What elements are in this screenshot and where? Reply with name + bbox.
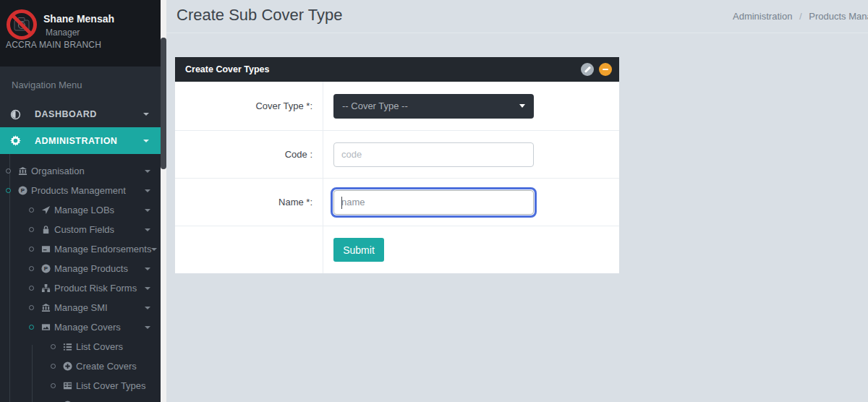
bullet-icon [29, 208, 34, 213]
form-row-submit: Submit [175, 226, 619, 273]
sidebar-item-label: ADMINISTRATION [35, 136, 117, 146]
location-arrow-icon [41, 205, 51, 215]
svg-text:P: P [20, 187, 24, 194]
sidebar-item-product-risk-forms[interactable]: Product Risk Forms [0, 278, 161, 298]
chevron-down-icon [145, 209, 150, 212]
chevron-down-icon [145, 326, 150, 329]
sidebar-item-label: Product Risk Forms [54, 283, 137, 294]
sidebar: Shane Mensah Manager ACCRA MAIN BRANCH N… [0, 0, 161, 402]
submit-button[interactable]: Submit [333, 238, 384, 262]
sidebar-item-list-cover-types[interactable]: List Cover Types [0, 376, 161, 395]
sidebar-item-label: Manage LOBs [54, 205, 114, 215]
sidebar-scrollbar-thumb[interactable] [161, 38, 166, 169]
no-camera-avatar-icon [6, 9, 38, 40]
chevron-down-icon [145, 170, 150, 173]
sidebar-item-products-management[interactable]: P Products Management [0, 181, 161, 200]
chevron-down-icon [145, 228, 150, 231]
sidebar-item-list-covers[interactable]: List Covers [0, 337, 161, 356]
edit-panel-button[interactable] [581, 63, 594, 76]
sidebar-item-manage-endorsements[interactable]: Manage Endorsements [0, 239, 161, 259]
p-circle-icon: P [17, 186, 27, 196]
sitemap-icon [41, 283, 51, 294]
image-icon [41, 322, 51, 333]
panel-body: Cover Type *: -- Cover Type -- Code : [175, 82, 619, 273]
card-icon [41, 244, 51, 255]
code-label: Code : [285, 149, 312, 160]
sidebar-item-label: Manage Products [54, 263, 128, 274]
pencil-icon [584, 67, 591, 73]
sidebar-item-label: Manage SMI [54, 302, 108, 313]
bullet-icon [29, 286, 34, 291]
field-cell: -- Cover Type -- [323, 82, 619, 130]
lock-icon [41, 225, 51, 235]
sidebar-item-organisation[interactable]: Organisation [0, 161, 161, 181]
user-panel: Shane Mensah Manager ACCRA MAIN BRANCH [0, 0, 161, 67]
label-cell: Name *: [175, 179, 323, 226]
chevron-down-icon [143, 113, 149, 116]
plus-circle-icon [62, 362, 72, 372]
sidebar-scrollbar-track[interactable] [161, 0, 166, 402]
sidebar-item-label: Create Covers [76, 361, 137, 372]
sidebar-item-manage-covers[interactable]: Manage Covers [0, 317, 161, 337]
sidebar-item-label: Organisation [31, 166, 85, 176]
chevron-down-icon [145, 287, 150, 290]
bullet-icon [29, 266, 34, 271]
user-name: Shane Mensah [43, 13, 114, 25]
sidebar-item-label: Custom Fields [54, 224, 114, 235]
bank-icon [41, 303, 51, 313]
bullet-icon [6, 168, 11, 174]
minus-icon [603, 69, 608, 71]
sidebar-item-label: Manage Covers [54, 322, 121, 333]
create-cover-types-panel: Create Cover Types Cover Type *: -- Cove… [175, 57, 619, 273]
text-cursor [341, 197, 342, 209]
chevron-down-icon [145, 189, 150, 192]
bullet-icon [51, 344, 56, 349]
bullet-icon [29, 247, 34, 252]
chevron-down-icon [519, 104, 525, 108]
breadcrumb-administration[interactable]: Administration [733, 11, 792, 22]
sidebar-item-partial[interactable] [0, 395, 161, 402]
code-input[interactable] [333, 142, 534, 167]
chevron-down-icon [145, 307, 150, 309]
main-content: Create Sub Cover Type Administration / P… [166, 0, 868, 402]
gear-icon [10, 135, 21, 146]
name-label: Name *: [278, 197, 312, 208]
panel-header: Create Cover Types [175, 57, 619, 82]
bullet-icon [29, 305, 34, 310]
cover-type-label: Cover Type *: [255, 100, 312, 111]
table-icon [62, 381, 72, 391]
sidebar-item-manage-lobs[interactable]: Manage LOBs [0, 200, 161, 220]
sidebar-item-label: DASHBOARD [35, 109, 97, 119]
cover-type-select-value: -- Cover Type -- [342, 100, 408, 111]
list-icon [62, 342, 72, 352]
bullet-icon [29, 325, 34, 330]
sidebar-item-label: List Cover Types [76, 380, 146, 391]
p-circle-icon: P [41, 264, 51, 274]
form-row-name: Name *: [175, 178, 619, 226]
form-row-cover-type: Cover Type *: -- Cover Type -- [175, 82, 619, 130]
sidebar-item-manage-smi[interactable]: Manage SMI [0, 298, 161, 317]
user-branch: ACCRA MAIN BRANCH [6, 40, 101, 50]
breadcrumb-products-management[interactable]: Products Management [809, 11, 868, 22]
chevron-down-icon [151, 248, 157, 251]
sidebar-item-dashboard[interactable]: DASHBOARD [0, 101, 161, 127]
sidebar-item-administration[interactable]: ADMINISTRATION [0, 127, 161, 154]
field-cell [323, 131, 619, 178]
sidebar-item-manage-products[interactable]: P Manage Products [0, 259, 161, 278]
name-input[interactable] [333, 190, 534, 215]
bullet-icon [51, 383, 56, 388]
sidebar-item-custom-fields[interactable]: Custom Fields [0, 220, 161, 239]
bullet-icon [6, 188, 11, 193]
sidebar-item-label: Products Management [31, 185, 126, 196]
panel-actions [581, 63, 612, 76]
svg-text:P: P [43, 265, 47, 272]
adjust-icon [10, 109, 21, 120]
sidebar-item-create-covers[interactable]: Create Covers [0, 356, 161, 376]
collapse-panel-button[interactable] [599, 63, 612, 76]
bullet-icon [51, 364, 56, 369]
breadcrumb: Administration / Products Management [733, 11, 868, 22]
bullet-icon [29, 227, 34, 232]
label-cell: Code : [175, 131, 323, 178]
breadcrumb-separator: / [799, 11, 802, 22]
cover-type-select[interactable]: -- Cover Type -- [333, 94, 534, 119]
